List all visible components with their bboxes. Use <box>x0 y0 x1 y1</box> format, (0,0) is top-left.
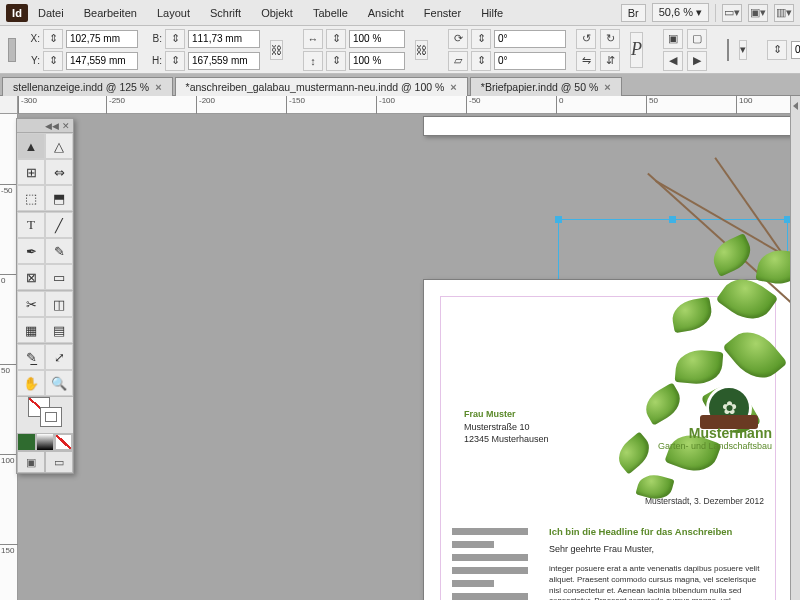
rotate-ccw-icon[interactable]: ↺ <box>576 29 596 49</box>
menu-layout[interactable]: Layout <box>147 3 200 23</box>
handle-tm[interactable] <box>669 216 676 223</box>
swatch-dropdown-icon[interactable]: ▾ <box>739 40 747 60</box>
view-normal[interactable]: ▣ <box>17 451 45 473</box>
stepper-icon[interactable]: ⇕ <box>165 29 185 49</box>
letter-date[interactable]: Musterstadt, 3. Dezember 2012 <box>645 496 764 506</box>
view-preview[interactable]: ▭ <box>45 451 73 473</box>
letter-salutation[interactable]: Sehr geehrte Frau Muster, <box>549 544 654 554</box>
shear-icon: ▱ <box>448 51 468 71</box>
zoom-tool[interactable]: 🔍 <box>45 370 73 396</box>
recipient-address[interactable]: Frau Muster Musterstraße 10 12345 Muster… <box>464 408 549 446</box>
line-tool[interactable]: ╱ <box>45 212 73 238</box>
menu-datei[interactable]: Datei <box>28 3 74 23</box>
close-icon[interactable]: × <box>155 81 161 93</box>
menu-hilfe[interactable]: Hilfe <box>471 3 513 23</box>
x-field[interactable] <box>66 30 138 48</box>
horizontal-ruler[interactable]: -300 -250 -200 -150 -100 -50 0 50 100 <box>18 96 800 114</box>
stroke-weight-stepper-icon[interactable]: ⇕ <box>767 40 787 60</box>
gradient-swatch-tool[interactable]: ▦ <box>17 317 45 343</box>
reference-point-grid[interactable] <box>8 38 16 62</box>
constrain-wh-icon[interactable]: ⛓ <box>270 40 283 60</box>
note-tool[interactable]: ✎̲ <box>17 344 45 370</box>
panel-dock-collapsed[interactable] <box>790 96 800 600</box>
apply-color[interactable] <box>17 433 36 451</box>
tab-briefpapier[interactable]: *Briefpapier.indd @ 50 %× <box>470 77 622 96</box>
stepper-icon[interactable]: ⇕ <box>471 29 491 49</box>
y-field[interactable] <box>66 52 138 70</box>
rotate-cw-icon[interactable]: ↻ <box>600 29 620 49</box>
gradient-feather-tool[interactable]: ▤ <box>45 317 73 343</box>
close-icon[interactable]: × <box>450 81 456 93</box>
content-collector-tool[interactable]: ⬚ <box>17 185 45 211</box>
tools-panel[interactable]: ◀◀ ✕ ▲ △ ⊞ ⇔ ⬚ ⬒ T ╱ ✒ ✎ ⊠ ▭ ✂ ◫ ▦ ▤ ✎̲ … <box>16 118 74 474</box>
select-container-icon[interactable]: ▣ <box>663 29 683 49</box>
scissors-tool[interactable]: ✂ <box>17 291 45 317</box>
ruler-tick: 100 <box>736 96 752 114</box>
stepper-icon[interactable]: ⇕ <box>43 51 63 71</box>
hand-tool[interactable]: ✋ <box>17 370 45 396</box>
pen-tool[interactable]: ✒ <box>17 238 45 264</box>
content-placer-tool[interactable]: ⬒ <box>45 185 73 211</box>
pencil-tool[interactable]: ✎ <box>45 238 73 264</box>
rotate-field[interactable] <box>494 30 566 48</box>
tab-anschreiben[interactable]: *anschreiben_galabau_mustermann-neu.indd… <box>175 77 468 96</box>
direct-selection-tool[interactable]: △ <box>45 133 73 159</box>
apply-gradient[interactable] <box>36 433 55 451</box>
stepper-icon[interactable]: ⇕ <box>326 29 346 49</box>
letter-headline[interactable]: Ich bin die Headline für das Anschreiben <box>549 526 764 537</box>
recipient-city: 12345 Musterhausen <box>464 433 549 446</box>
stepper-icon[interactable]: ⇕ <box>43 29 63 49</box>
scale-x-field[interactable] <box>349 30 405 48</box>
letter-body[interactable]: integer posuere erat a ante venenatis da… <box>549 564 764 600</box>
rectangle-tool[interactable]: ▭ <box>45 264 73 290</box>
flip-h-icon[interactable]: ⇋ <box>576 51 596 71</box>
w-field[interactable] <box>188 30 260 48</box>
menu-schrift[interactable]: Schrift <box>200 3 251 23</box>
stroke-weight-field[interactable] <box>791 41 800 59</box>
ruler-origin[interactable] <box>0 96 18 114</box>
document-page[interactable]: ✿ Frau Muster Musterstraße 10 12345 Must… <box>423 279 793 600</box>
handle-tl[interactable] <box>555 216 562 223</box>
constrain-scale-icon[interactable]: ⛓ <box>415 40 428 60</box>
pasteboard[interactable]: ✿ Frau Muster Musterstraße 10 12345 Must… <box>18 114 800 600</box>
page-tool[interactable]: ⊞ <box>17 159 45 185</box>
gap-tool[interactable]: ⇔ <box>45 159 73 185</box>
company-block[interactable]: Mustermann Garten- und Landschaftsbau <box>658 425 772 451</box>
eyedropper-tool[interactable]: ⤢ <box>45 344 73 370</box>
stepper-icon[interactable]: ⇕ <box>165 51 185 71</box>
ruler-tick: -100 <box>376 96 395 114</box>
menu-objekt[interactable]: Objekt <box>251 3 303 23</box>
select-prev-icon[interactable]: ◀ <box>663 51 683 71</box>
scale-y-field[interactable] <box>349 52 405 70</box>
tab-stellenanzeige[interactable]: stellenanzeige.indd @ 125 %× <box>2 77 173 96</box>
menu-tabelle[interactable]: Tabelle <box>303 3 358 23</box>
flip-v-icon[interactable]: ⇵ <box>600 51 620 71</box>
free-transform-tool[interactable]: ◫ <box>45 291 73 317</box>
app-logo: Id <box>6 4 28 22</box>
bridge-button[interactable]: Br <box>621 4 646 22</box>
tools-titlebar[interactable]: ◀◀ ✕ <box>17 119 73 133</box>
type-tool[interactable]: T <box>17 212 45 238</box>
menu-fenster[interactable]: Fenster <box>414 3 471 23</box>
screen-mode-icon[interactable]: ▣▾ <box>748 4 768 22</box>
menu-bearbeiten[interactable]: Bearbeiten <box>74 3 147 23</box>
select-next-icon[interactable]: ▶ <box>687 51 707 71</box>
arrange-docs-icon[interactable]: ▥▾ <box>774 4 794 22</box>
fill-stroke-swatch[interactable] <box>17 397 73 427</box>
h-field[interactable] <box>188 52 260 70</box>
stepper-icon[interactable]: ⇕ <box>326 51 346 71</box>
zoom-level-field[interactable]: 50,6 % ▾ <box>652 3 709 22</box>
select-content-icon[interactable]: ▢ <box>687 29 707 49</box>
rectangle-frame-tool[interactable]: ⊠ <box>17 264 45 290</box>
ruler-tick: 0 <box>556 96 563 114</box>
shear-field[interactable] <box>494 52 566 70</box>
selection-tool[interactable]: ▲ <box>17 133 45 159</box>
close-icon[interactable]: × <box>604 81 610 93</box>
apply-color-row[interactable] <box>17 433 73 451</box>
tab-label: *anschreiben_galabau_mustermann-neu.indd… <box>186 81 445 93</box>
menu-ansicht[interactable]: Ansicht <box>358 3 414 23</box>
apply-none[interactable] <box>54 433 73 451</box>
stepper-icon[interactable]: ⇕ <box>471 51 491 71</box>
view-options-icon[interactable]: ▭▾ <box>722 4 742 22</box>
fill-swatch[interactable] <box>727 39 729 61</box>
